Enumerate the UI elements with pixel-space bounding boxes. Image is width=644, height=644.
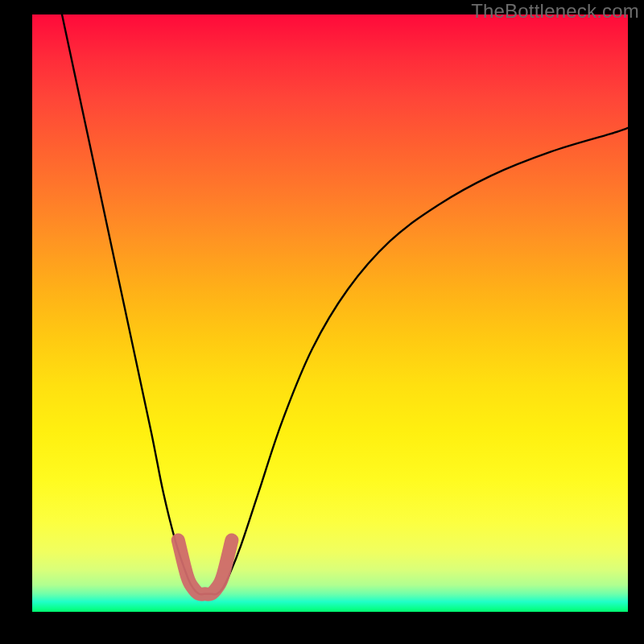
bottleneck-curve — [62, 14, 628, 594]
bottleneck-zone-marker — [178, 540, 232, 594]
watermark-text: TheBottleneck.com — [471, 0, 639, 23]
chart-svg — [32, 14, 628, 612]
chart-plot-area — [32, 14, 628, 612]
chart-frame: TheBottleneck.com — [0, 0, 644, 644]
